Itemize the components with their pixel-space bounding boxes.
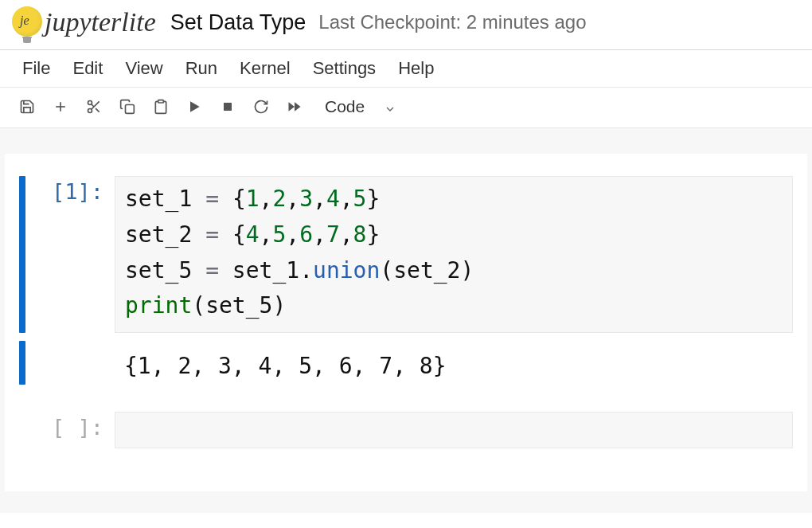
- menu-kernel[interactable]: Kernel: [240, 58, 291, 79]
- copy-icon[interactable]: [119, 99, 135, 115]
- cell-active-bar: [19, 341, 25, 385]
- menu-view[interactable]: View: [125, 58, 162, 79]
- cell-editor[interactable]: [115, 412, 793, 448]
- save-icon[interactable]: [19, 99, 35, 115]
- svg-rect-10: [224, 103, 232, 111]
- checkpoint-text: Last Checkpoint: 2 minutes ago: [318, 11, 586, 33]
- cell-output-row: {1, 2, 3, 4, 5, 6, 7, 8}: [19, 338, 793, 385]
- code-line[interactable]: set_2 = {4,5,6,7,8}: [125, 217, 783, 253]
- add-cell-icon[interactable]: [53, 99, 68, 115]
- code-cell[interactable]: [1]: set_1 = {1,2,3,4,5} set_2 = {4,5,6,…: [19, 176, 793, 333]
- svg-rect-8: [158, 100, 164, 103]
- cell-type-select[interactable]: Code: [325, 97, 396, 116]
- svg-line-6: [92, 104, 94, 107]
- svg-marker-9: [190, 101, 200, 111]
- code-line[interactable]: set_1 = {1,2,3,4,5}: [125, 182, 783, 217]
- chevron-down-icon: [384, 100, 396, 113]
- logo-text: jupyterlite: [45, 7, 156, 37]
- restart-icon[interactable]: [253, 99, 269, 115]
- menu-help[interactable]: Help: [398, 58, 434, 79]
- svg-point-2: [88, 101, 92, 105]
- cell-prompt: [1]:: [25, 176, 115, 333]
- cell-output: {1, 2, 3, 4, 5, 6, 7, 8}: [115, 338, 447, 385]
- menu-run[interactable]: Run: [185, 58, 217, 79]
- cell-prompt: [ ]:: [25, 412, 115, 448]
- svg-marker-12: [295, 102, 301, 111]
- menu-edit[interactable]: Edit: [72, 58, 103, 79]
- code-line[interactable]: print(set_5): [125, 288, 783, 324]
- svg-rect-7: [126, 105, 135, 114]
- menu-settings[interactable]: Settings: [313, 58, 377, 79]
- cell-bar-spacer: [19, 412, 25, 448]
- run-icon[interactable]: [186, 99, 202, 115]
- jupyterlite-logo: je jupyterlite: [11, 6, 156, 38]
- lightbulb-icon: je: [11, 6, 43, 38]
- cell-editor[interactable]: set_1 = {1,2,3,4,5} set_2 = {4,5,6,7,8} …: [115, 176, 793, 333]
- code-line[interactable]: set_5 = set_1.union(set_2): [125, 253, 783, 289]
- code-cell[interactable]: [ ]:: [19, 412, 793, 448]
- fast-forward-icon[interactable]: [287, 99, 303, 115]
- cell-active-bar: [19, 176, 25, 333]
- notebook-title[interactable]: Set Data Type: [170, 10, 306, 35]
- cell-type-label: Code: [325, 97, 365, 116]
- paste-icon[interactable]: [153, 99, 169, 115]
- svg-point-3: [88, 109, 92, 113]
- notebook-area: [1]: set_1 = {1,2,3,4,5} set_2 = {4,5,6,…: [0, 128, 812, 513]
- header: je jupyterlite Set Data Type Last Checkp…: [0, 0, 812, 49]
- menu-file[interactable]: File: [22, 58, 50, 79]
- stop-icon[interactable]: [220, 99, 236, 115]
- menu-bar: File Edit View Run Kernel Settings Help: [0, 50, 812, 87]
- svg-line-5: [96, 108, 100, 112]
- toolbar: Code: [0, 87, 812, 128]
- cut-icon[interactable]: [86, 99, 102, 115]
- svg-marker-11: [289, 102, 295, 111]
- notebook-inner: [1]: set_1 = {1,2,3,4,5} set_2 = {4,5,6,…: [5, 154, 807, 491]
